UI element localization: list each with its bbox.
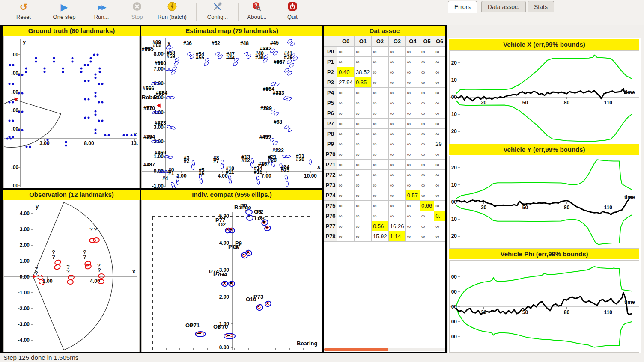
- cell-P76-O4[interactable]: ∞: [405, 211, 420, 221]
- cell-P77-O3[interactable]: 16.26: [388, 221, 405, 231]
- cell-P74-O4[interactable]: 0.57: [405, 190, 420, 201]
- cell-P76-O1[interactable]: ∞: [355, 211, 372, 221]
- cell-P1-O3[interactable]: ∞: [388, 57, 405, 67]
- cell-P7-O0[interactable]: ∞: [337, 119, 355, 129]
- cell-P1-O2[interactable]: ∞: [371, 57, 388, 67]
- cell-P6-O6[interactable]: ∞: [434, 108, 445, 119]
- cell-P0-O6[interactable]: ∞: [434, 47, 445, 57]
- cell-P7-O4[interactable]: ∞: [405, 119, 420, 129]
- cell-P76-O6[interactable]: 0.: [434, 211, 445, 221]
- cell-P6-O5[interactable]: ∞: [420, 108, 434, 119]
- cell-P8-O5[interactable]: ∞: [420, 129, 434, 139]
- cell-P74-O6[interactable]: ∞: [434, 190, 445, 201]
- cell-P72-O1[interactable]: ∞: [355, 170, 372, 180]
- cell-P7-O1[interactable]: ∞: [355, 119, 372, 129]
- cell-P8-O0[interactable]: ∞: [337, 129, 355, 139]
- cell-P70-O0[interactable]: ∞: [337, 149, 355, 160]
- cell-P76-O5[interactable]: ∞: [420, 211, 434, 221]
- cell-P1-O0[interactable]: ∞: [337, 57, 355, 67]
- cell-P9-O6[interactable]: 29: [434, 139, 445, 149]
- cell-P74-O3[interactable]: ∞: [388, 190, 405, 201]
- cell-P7-O3[interactable]: ∞: [388, 119, 405, 129]
- cell-P5-O3[interactable]: ∞: [388, 98, 405, 108]
- horizontal-scrollbar[interactable]: [324, 348, 445, 351]
- cell-P9-O0[interactable]: ∞: [337, 139, 355, 149]
- cell-P75-O6[interactable]: ∞: [434, 201, 445, 211]
- cell-P7-O2[interactable]: ∞: [371, 119, 388, 129]
- cell-P72-O6[interactable]: ∞: [434, 170, 445, 180]
- cell-P75-O3[interactable]: ∞: [388, 201, 405, 211]
- cell-P6-O4[interactable]: ∞: [405, 108, 420, 119]
- cell-P0-O1[interactable]: ∞: [355, 47, 372, 57]
- cell-P73-O6[interactable]: ∞: [434, 180, 445, 190]
- cell-P72-O3[interactable]: ∞: [388, 170, 405, 180]
- cell-P75-O4[interactable]: ∞: [405, 201, 420, 211]
- cell-P8-O3[interactable]: ∞: [388, 129, 405, 139]
- stop-button[interactable]: Stop: [125, 2, 149, 23]
- one-step-button[interactable]: ▶ One step: [46, 2, 82, 23]
- cell-P70-O5[interactable]: ∞: [420, 149, 434, 160]
- cell-P1-O1[interactable]: ∞: [355, 57, 372, 67]
- cell-P3-O0[interactable]: 27.94: [337, 77, 355, 88]
- cell-P8-O6[interactable]: ∞: [434, 129, 445, 139]
- cell-P73-O1[interactable]: ∞: [355, 180, 372, 190]
- cell-P70-O6[interactable]: ∞: [434, 149, 445, 160]
- cell-P2-O4[interactable]: ∞: [405, 67, 420, 77]
- cell-P78-O4[interactable]: ∞: [405, 231, 420, 242]
- cell-P1-O5[interactable]: ∞: [420, 57, 434, 67]
- cell-P75-O1[interactable]: ∞: [355, 201, 372, 211]
- cell-P73-O2[interactable]: ∞: [371, 180, 388, 190]
- cell-P3-O5[interactable]: ∞: [420, 77, 434, 88]
- cell-P73-O0[interactable]: ∞: [337, 180, 355, 190]
- cell-P6-O0[interactable]: ∞: [337, 108, 355, 119]
- cell-P1-O6[interactable]: ∞: [434, 57, 445, 67]
- cell-P2-O6[interactable]: ∞: [434, 67, 445, 77]
- cell-P3-O4[interactable]: ∞: [405, 77, 420, 88]
- cell-P3-O1[interactable]: 0.35: [355, 77, 372, 88]
- cell-P4-O0[interactable]: ∞: [337, 88, 355, 98]
- cell-P7-O5[interactable]: ∞: [420, 119, 434, 129]
- cell-P71-O5[interactable]: ∞: [420, 160, 434, 170]
- cell-P1-O4[interactable]: ∞: [405, 57, 420, 67]
- cell-P9-O2[interactable]: ∞: [371, 139, 388, 149]
- cell-P71-O3[interactable]: ∞: [388, 160, 405, 170]
- cell-P78-O6[interactable]: ∞: [434, 231, 445, 242]
- cell-P71-O1[interactable]: ∞: [355, 160, 372, 170]
- cell-P78-O5[interactable]: ∞: [420, 231, 434, 242]
- cell-P9-O1[interactable]: ∞: [355, 139, 372, 149]
- cell-P72-O5[interactable]: ∞: [420, 170, 434, 180]
- cell-P6-O3[interactable]: ∞: [388, 108, 405, 119]
- cell-P71-O0[interactable]: ∞: [337, 160, 355, 170]
- cell-P73-O3[interactable]: ∞: [388, 180, 405, 190]
- cell-P5-O4[interactable]: ∞: [405, 98, 420, 108]
- cell-P77-O4[interactable]: ∞: [405, 221, 420, 231]
- cell-P74-O1[interactable]: ∞: [355, 190, 372, 201]
- cell-P2-O2[interactable]: ∞: [371, 67, 388, 77]
- cell-P76-O0[interactable]: ∞: [337, 211, 355, 221]
- cell-P6-O1[interactable]: ∞: [355, 108, 372, 119]
- cell-P73-O5[interactable]: ∞: [420, 180, 434, 190]
- cell-P78-O3[interactable]: 1.14: [388, 231, 405, 242]
- cell-P8-O2[interactable]: ∞: [371, 129, 388, 139]
- cell-P3-O6[interactable]: ∞: [434, 77, 445, 88]
- cell-P9-O4[interactable]: ∞: [405, 139, 420, 149]
- cell-P75-O0[interactable]: ∞: [337, 201, 355, 211]
- cell-P8-O1[interactable]: ∞: [355, 129, 372, 139]
- cell-P9-O5[interactable]: ∞: [420, 139, 434, 149]
- cell-P3-O3[interactable]: ∞: [388, 77, 405, 88]
- cell-P73-O4[interactable]: ∞: [405, 180, 420, 190]
- cell-P77-O5[interactable]: ∞: [420, 221, 434, 231]
- cell-P71-O4[interactable]: ∞: [405, 160, 420, 170]
- cell-P5-O0[interactable]: ∞: [337, 98, 355, 108]
- cell-P70-O4[interactable]: ∞: [405, 149, 420, 160]
- cell-P4-O1[interactable]: ∞: [355, 88, 372, 98]
- cell-P5-O2[interactable]: ∞: [371, 98, 388, 108]
- horizontal-scrollbar-thumb[interactable]: [324, 348, 388, 351]
- cell-P7-O6[interactable]: ∞: [434, 119, 445, 129]
- cell-P5-O5[interactable]: ∞: [420, 98, 434, 108]
- run-button[interactable]: ▶▶ Run...: [86, 2, 116, 23]
- cell-P72-O4[interactable]: ∞: [405, 170, 420, 180]
- cell-P75-O2[interactable]: ∞: [371, 201, 388, 211]
- cell-P4-O4[interactable]: ∞: [405, 88, 420, 98]
- cell-P74-O5[interactable]: ∞: [420, 190, 434, 201]
